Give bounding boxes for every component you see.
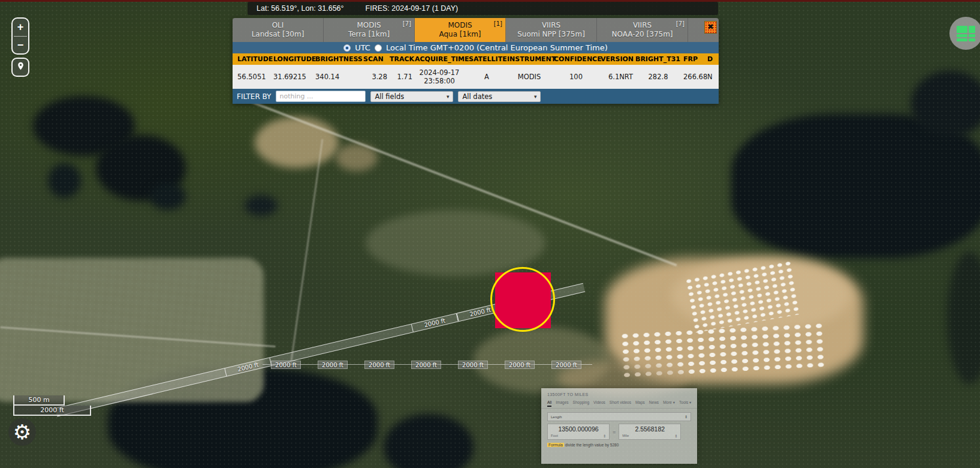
road: [290, 139, 324, 365]
selection-ring: [490, 267, 555, 332]
tab-line2: Suomi NPP [375m]: [517, 30, 585, 39]
water-body: [911, 71, 980, 137]
lake: [33, 96, 135, 156]
formula-label: Formula: [547, 443, 564, 447]
field: [474, 327, 611, 393]
zoom-control: + −: [11, 17, 29, 55]
firms-map-app: 2000 ft 2000 ft 2000 ft 2000 ft 2000 ft …: [0, 0, 980, 468]
col-header: TRACK: [390, 55, 415, 63]
pond: [245, 195, 278, 216]
cell-brightness: 340.14: [315, 73, 363, 81]
table-row[interactable]: 56.5051 31.69215 340.14 3.28 1.71 2024-0…: [233, 65, 719, 89]
tab-images[interactable]: Images: [556, 400, 568, 407]
lake: [384, 414, 474, 468]
fires-date-readout: FIRES: 2024-09-17 (1 DAY): [366, 4, 459, 13]
location-pin-icon: [16, 61, 25, 74]
ruler-segment-label: 2000 ft: [364, 361, 394, 369]
filter-bar: FILTER BY All fields ▾ All dates ▾: [233, 89, 719, 104]
to-value-input[interactable]: 2.5568182: [622, 425, 677, 433]
cell-daynight: N: [707, 73, 717, 81]
road: [0, 326, 275, 347]
filter-input[interactable]: [276, 91, 366, 102]
tab-viirs-noaa20[interactable]: [7] VIIRS NOAA-20 [375m]: [597, 18, 688, 42]
water-body: [947, 252, 980, 384]
tab-line1: MODIS: [357, 21, 381, 30]
filter-dates-select[interactable]: All dates ▾: [458, 91, 541, 102]
lake: [96, 135, 186, 201]
from-unit-select[interactable]: Foot: [551, 434, 558, 438]
tab-badge: [1]: [494, 19, 502, 28]
cell-scan: 3.28: [363, 73, 390, 81]
cell-track: 1.71: [390, 73, 415, 81]
tab-viirs-snpp[interactable]: VIIRS Suomi NPP [375m]: [506, 18, 597, 42]
locate-button[interactable]: [11, 58, 29, 77]
filter-dates-value: All dates: [462, 92, 492, 101]
local-time-radio-label[interactable]: Local Time GMT+0200 (Central European Su…: [386, 43, 608, 52]
search-tabs: All Images Shopping Videos Short videos …: [541, 398, 697, 409]
cell-frp: 266.68: [683, 73, 707, 81]
time-mode-bar: UTC Local Time GMT+0200 (Central Europea…: [233, 42, 719, 53]
from-value-input[interactable]: 13500.000096: [551, 425, 606, 433]
tab-more[interactable]: More ▾: [663, 400, 675, 407]
tab-short-videos[interactable]: Short videos: [610, 400, 631, 407]
cell-instrument: MODIS: [507, 73, 554, 81]
tab-news[interactable]: News: [649, 400, 659, 407]
to-unit-box: 2.5568182 Mile ⇕: [619, 424, 681, 440]
tab-tools[interactable]: Tools ▾: [679, 400, 691, 407]
tab-modis-aqua[interactable]: [1] MODIS Aqua [1km]: [415, 18, 506, 42]
acquire-time: 23:58:00: [415, 77, 466, 85]
tab-line1: OLI: [272, 21, 284, 30]
lake: [108, 367, 378, 468]
scale-bar-metric: 500 m: [13, 395, 65, 406]
col-header: CONFIDENCE: [554, 55, 601, 63]
filter-label: FILTER BY: [237, 92, 271, 101]
col-header: D: [707, 55, 717, 63]
formula-row: Formula divide the length value by 5280: [547, 443, 691, 447]
zoom-out-button[interactable]: −: [13, 37, 28, 54]
status-bar: Lat: 56.519°, Lon: 31.656° FIRES: 2024-0…: [248, 2, 718, 15]
ruler-segment-label: 2000 ft: [458, 361, 488, 369]
cell-version: 6.1NRT: [601, 73, 635, 81]
sort-icon: ⇕: [685, 415, 687, 419]
tab-maps[interactable]: Maps: [635, 400, 645, 407]
measure-ruler-horizontal[interactable]: 2000 ft 2000 ft 2000 ft 2000 ft 2000 ft …: [263, 361, 592, 369]
sort-icon: ⇕: [674, 434, 677, 438]
cell-bright-t31: 282.8: [635, 73, 683, 81]
ruler-segment-label: 2000 ft: [271, 361, 301, 369]
tab-shopping[interactable]: Shopping: [573, 400, 589, 407]
tab-videos[interactable]: Videos: [593, 400, 605, 407]
clearing: [336, 144, 378, 171]
to-unit-select[interactable]: Mile: [622, 434, 629, 438]
local-time-radio[interactable]: [375, 44, 382, 52]
tab-modis-terra[interactable]: [7] MODIS Terra [1km]: [324, 18, 415, 42]
close-icon[interactable]: ✖: [704, 21, 717, 34]
filter-fields-select[interactable]: All fields ▾: [370, 91, 453, 102]
col-header: FRP: [683, 55, 707, 63]
building-rows: [684, 260, 800, 333]
ruler-segment-label: 2000 ft: [411, 314, 459, 332]
formula-text: divide the length value by 5280: [565, 443, 619, 447]
col-header: ACQUIRE_TIME: [415, 55, 469, 63]
tab-all[interactable]: All: [547, 400, 551, 407]
ruler-segment-label: 2000 ft: [505, 361, 535, 369]
equals-sign: =: [613, 429, 616, 435]
utc-radio[interactable]: [343, 44, 351, 52]
table-header-row: LATITUDE LONGITUDE BRIGHTNESS SCAN TRACK…: [233, 53, 719, 65]
layers-grid-button[interactable]: [949, 17, 980, 50]
unit-category-select[interactable]: Length ⇕: [547, 412, 691, 421]
unit-category-value: Length: [551, 415, 562, 419]
village-area: [366, 210, 545, 276]
tab-oli-landsat[interactable]: OLI Landsat [30m]: [233, 18, 324, 42]
fire-data-panel: OLI Landsat [30m] [7] MODIS Terra [1km] …: [233, 18, 719, 104]
ruler-segment-label: 2000 ft: [411, 361, 441, 369]
col-header: BRIGHTNESS: [315, 55, 363, 63]
zoom-in-button[interactable]: +: [13, 19, 28, 36]
converter-card: Length ⇕ 13500.000096 Foot ⇕ = 2.5568182…: [547, 412, 691, 440]
settings-button[interactable]: ⚙: [8, 418, 36, 446]
chevron-down-icon: ▾: [534, 94, 537, 100]
utc-radio-label[interactable]: UTC: [355, 43, 370, 52]
tab-line1: MODIS: [448, 21, 472, 30]
scale-bar-imperial: 2000 ft: [13, 406, 91, 416]
clearing: [255, 117, 339, 168]
tab-line2: Terra [1km]: [348, 30, 390, 39]
